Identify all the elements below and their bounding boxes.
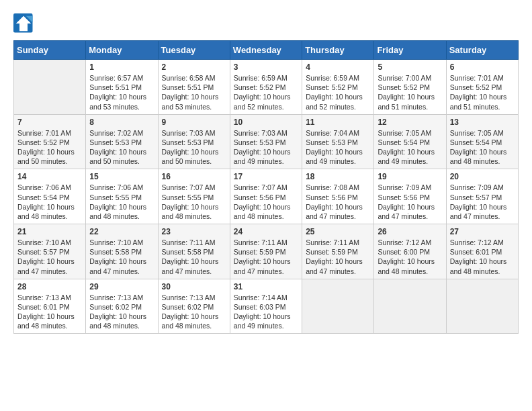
day-number: 14 (17, 172, 82, 181)
calendar-cell: 21Sunrise: 7:10 AM Sunset: 5:57 PM Dayli… (14, 224, 86, 279)
cell-content: Sunrise: 7:01 AM Sunset: 5:52 PM Dayligh… (17, 128, 82, 167)
day-number: 8 (89, 118, 154, 127)
cell-content: Sunrise: 6:59 AM Sunset: 5:52 PM Dayligh… (306, 73, 370, 111)
calendar-cell: 13Sunrise: 7:05 AM Sunset: 5:54 PM Dayli… (446, 114, 518, 169)
day-header-friday: Friday (374, 41, 446, 60)
calendar-cell: 3Sunrise: 6:59 AM Sunset: 5:52 PM Daylig… (230, 60, 302, 115)
day-number: 18 (306, 172, 370, 181)
calendar-cell: 14Sunrise: 7:06 AM Sunset: 5:54 PM Dayli… (14, 169, 86, 224)
day-number: 21 (17, 227, 82, 236)
cell-content: Sunrise: 7:12 AM Sunset: 6:00 PM Dayligh… (378, 238, 442, 276)
calendar-cell: 25Sunrise: 7:11 AM Sunset: 5:59 PM Dayli… (302, 224, 374, 279)
day-number: 16 (162, 172, 226, 181)
day-number: 3 (234, 62, 298, 72)
cell-content: Sunrise: 7:11 AM Sunset: 5:59 PM Dayligh… (306, 238, 370, 276)
cell-content: Sunrise: 7:05 AM Sunset: 5:54 PM Dayligh… (378, 128, 442, 167)
day-number: 27 (450, 227, 515, 236)
calendar-cell: 31Sunrise: 7:14 AM Sunset: 6:03 PM Dayli… (230, 279, 302, 334)
week-row-3: 14Sunrise: 7:06 AM Sunset: 5:54 PM Dayli… (14, 169, 519, 224)
calendar-cell (446, 279, 518, 334)
cell-content: Sunrise: 6:57 AM Sunset: 5:51 PM Dayligh… (89, 73, 154, 111)
calendar-cell: 28Sunrise: 7:13 AM Sunset: 6:01 PM Dayli… (14, 279, 86, 334)
calendar-cell: 17Sunrise: 7:07 AM Sunset: 5:56 PM Dayli… (230, 169, 302, 224)
day-number: 1 (89, 62, 154, 72)
day-number: 19 (378, 172, 442, 181)
cell-content: Sunrise: 7:11 AM Sunset: 5:58 PM Dayligh… (162, 238, 226, 276)
cell-content: Sunrise: 7:12 AM Sunset: 6:01 PM Dayligh… (450, 238, 515, 276)
cell-content: Sunrise: 7:04 AM Sunset: 5:53 PM Dayligh… (306, 128, 370, 167)
week-row-1: 1Sunrise: 6:57 AM Sunset: 5:51 PM Daylig… (14, 60, 519, 115)
calendar-cell: 22Sunrise: 7:10 AM Sunset: 5:58 PM Dayli… (86, 224, 158, 279)
calendar-cell: 30Sunrise: 7:13 AM Sunset: 6:02 PM Dayli… (158, 279, 230, 334)
page-header (13, 13, 519, 34)
cell-content: Sunrise: 7:00 AM Sunset: 5:52 PM Dayligh… (378, 73, 442, 111)
calendar-cell: 8Sunrise: 7:02 AM Sunset: 5:53 PM Daylig… (86, 114, 158, 169)
cell-content: Sunrise: 7:03 AM Sunset: 5:53 PM Dayligh… (162, 128, 226, 167)
calendar-cell: 23Sunrise: 7:11 AM Sunset: 5:58 PM Dayli… (158, 224, 230, 279)
cell-content: Sunrise: 7:05 AM Sunset: 5:54 PM Dayligh… (450, 128, 515, 167)
week-row-5: 28Sunrise: 7:13 AM Sunset: 6:01 PM Dayli… (14, 279, 519, 334)
day-header-monday: Monday (86, 41, 158, 60)
cell-content: Sunrise: 7:10 AM Sunset: 5:57 PM Dayligh… (17, 238, 82, 276)
calendar-cell: 19Sunrise: 7:09 AM Sunset: 5:56 PM Dayli… (374, 169, 446, 224)
cell-content: Sunrise: 7:09 AM Sunset: 5:56 PM Dayligh… (378, 183, 442, 221)
logo-icon (13, 13, 34, 34)
calendar-cell: 6Sunrise: 7:01 AM Sunset: 5:52 PM Daylig… (446, 60, 518, 115)
logo (13, 13, 36, 34)
calendar-header: SundayMondayTuesdayWednesdayThursdayFrid… (14, 41, 519, 60)
week-row-4: 21Sunrise: 7:10 AM Sunset: 5:57 PM Dayli… (14, 224, 519, 279)
calendar-cell: 29Sunrise: 7:13 AM Sunset: 6:02 PM Dayli… (86, 279, 158, 334)
day-number: 4 (306, 62, 370, 72)
cell-content: Sunrise: 6:58 AM Sunset: 5:51 PM Dayligh… (162, 73, 226, 111)
cell-content: Sunrise: 7:11 AM Sunset: 5:59 PM Dayligh… (234, 238, 298, 276)
calendar-cell (14, 60, 86, 115)
calendar-cell: 16Sunrise: 7:07 AM Sunset: 5:55 PM Dayli… (158, 169, 230, 224)
week-row-2: 7Sunrise: 7:01 AM Sunset: 5:52 PM Daylig… (14, 114, 519, 169)
day-number: 22 (89, 227, 154, 236)
day-number: 6 (450, 62, 515, 72)
cell-content: Sunrise: 7:01 AM Sunset: 5:52 PM Dayligh… (450, 73, 515, 111)
cell-content: Sunrise: 6:59 AM Sunset: 5:52 PM Dayligh… (234, 73, 298, 111)
calendar-table: SundayMondayTuesdayWednesdayThursdayFrid… (13, 40, 519, 334)
calendar-cell (302, 279, 374, 334)
cell-content: Sunrise: 7:13 AM Sunset: 6:01 PM Dayligh… (17, 293, 82, 331)
day-header-saturday: Saturday (446, 41, 518, 60)
cell-content: Sunrise: 7:03 AM Sunset: 5:53 PM Dayligh… (234, 128, 298, 167)
cell-content: Sunrise: 7:14 AM Sunset: 6:03 PM Dayligh… (234, 293, 298, 331)
day-number: 5 (378, 62, 442, 72)
calendar-cell: 1Sunrise: 6:57 AM Sunset: 5:51 PM Daylig… (86, 60, 158, 115)
calendar-cell: 24Sunrise: 7:11 AM Sunset: 5:59 PM Dayli… (230, 224, 302, 279)
calendar-body: 1Sunrise: 6:57 AM Sunset: 5:51 PM Daylig… (14, 60, 519, 334)
calendar-cell: 2Sunrise: 6:58 AM Sunset: 5:51 PM Daylig… (158, 60, 230, 115)
cell-content: Sunrise: 7:13 AM Sunset: 6:02 PM Dayligh… (89, 293, 154, 331)
day-number: 12 (378, 118, 442, 127)
calendar-cell: 5Sunrise: 7:00 AM Sunset: 5:52 PM Daylig… (374, 60, 446, 115)
header-row: SundayMondayTuesdayWednesdayThursdayFrid… (14, 41, 519, 60)
day-header-thursday: Thursday (302, 41, 374, 60)
day-number: 30 (162, 282, 226, 291)
day-number: 23 (162, 227, 226, 236)
day-number: 31 (234, 282, 298, 291)
calendar-cell: 10Sunrise: 7:03 AM Sunset: 5:53 PM Dayli… (230, 114, 302, 169)
calendar-cell: 9Sunrise: 7:03 AM Sunset: 5:53 PM Daylig… (158, 114, 230, 169)
cell-content: Sunrise: 7:06 AM Sunset: 5:55 PM Dayligh… (89, 183, 154, 221)
day-number: 25 (306, 227, 370, 236)
cell-content: Sunrise: 7:09 AM Sunset: 5:57 PM Dayligh… (450, 183, 515, 221)
calendar-cell: 18Sunrise: 7:08 AM Sunset: 5:56 PM Dayli… (302, 169, 374, 224)
day-header-wednesday: Wednesday (230, 41, 302, 60)
cell-content: Sunrise: 7:06 AM Sunset: 5:54 PM Dayligh… (17, 183, 82, 221)
day-number: 11 (306, 118, 370, 127)
calendar-cell: 27Sunrise: 7:12 AM Sunset: 6:01 PM Dayli… (446, 224, 518, 279)
cell-content: Sunrise: 7:07 AM Sunset: 5:56 PM Dayligh… (234, 183, 298, 221)
day-header-tuesday: Tuesday (158, 41, 230, 60)
calendar-cell: 15Sunrise: 7:06 AM Sunset: 5:55 PM Dayli… (86, 169, 158, 224)
day-number: 2 (162, 62, 226, 72)
day-number: 13 (450, 118, 515, 127)
cell-content: Sunrise: 7:07 AM Sunset: 5:55 PM Dayligh… (162, 183, 226, 221)
day-header-sunday: Sunday (14, 41, 86, 60)
day-number: 17 (234, 172, 298, 181)
day-number: 29 (89, 282, 154, 291)
cell-content: Sunrise: 7:13 AM Sunset: 6:02 PM Dayligh… (162, 293, 226, 331)
calendar-cell (374, 279, 446, 334)
day-number: 15 (89, 172, 154, 181)
